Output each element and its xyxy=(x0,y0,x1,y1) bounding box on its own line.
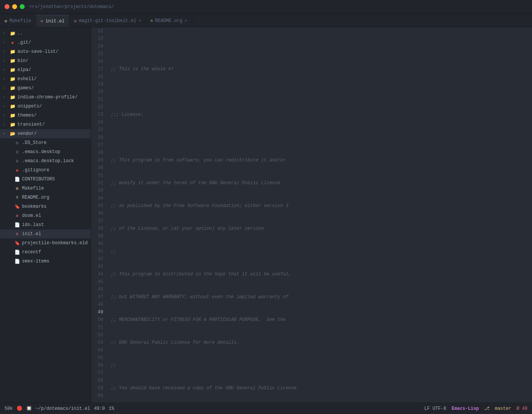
maximize-button[interactable] xyxy=(20,4,25,9)
sidebar-label-eshell: eshell/ xyxy=(17,76,36,82)
sidebar-item-bin[interactable]: › 📁 bin/ xyxy=(0,56,91,65)
status-encoding: LF UTF-8 xyxy=(424,406,446,411)
code-line-13: ;; This is the whole #! xyxy=(111,65,532,73)
sidebar-item-themes[interactable]: › 📁 themes/ xyxy=(0,111,91,120)
file-icon: 📄 xyxy=(14,222,20,228)
sidebar-item-recentf[interactable]: 📄 recentf xyxy=(0,248,91,257)
code-line-17: ;; This program is free software; you ca… xyxy=(111,156,532,164)
chevron-icon: › xyxy=(3,50,9,54)
ln-12: 12 xyxy=(91,27,103,35)
file-icon: ⚙ xyxy=(14,149,20,155)
ln-32: 32 xyxy=(91,179,103,187)
sidebar-item-gitignore[interactable]: ◈ .gitignore xyxy=(0,166,91,175)
sidebar-item-contributors[interactable]: 📄 CONTRIBUTORS xyxy=(0,175,91,184)
code-line-12 xyxy=(111,43,532,50)
status-position: 49:0 xyxy=(94,406,105,411)
code-line-21: ;; xyxy=(111,248,532,255)
ln-54: 54 xyxy=(91,346,103,354)
chevron-icon: › xyxy=(3,95,9,100)
code-line-25: ;; GNU General Public License for more d… xyxy=(111,339,532,346)
folder-icon: 📁 xyxy=(9,76,16,82)
sidebar-item-git[interactable]: › ◈ .git/ xyxy=(0,38,91,47)
tab-init-el[interactable]: ⊘ init.el xyxy=(36,15,69,27)
code-area[interactable]: 12 13 14 15 16 17 18 19 20 21 22 23 24 2… xyxy=(91,27,532,403)
sidebar-item-elpa[interactable]: › 📁 elpa/ xyxy=(0,65,91,74)
status-size: 50k xyxy=(5,406,13,411)
ln-49: 49 xyxy=(91,308,103,316)
sidebar-label-elpa: elpa/ xyxy=(17,67,31,73)
chevron-icon: › xyxy=(3,59,9,63)
ln-56: 56 xyxy=(91,362,103,369)
sidebar-item-doom-el[interactable]: ⊘ doom.el xyxy=(0,211,91,220)
ln-33: 33 xyxy=(91,187,103,194)
code-line-27: ;; You should have received a copy of th… xyxy=(111,384,532,392)
sidebar-item-emacs-desktop[interactable]: ⚙ .emacs.desktop xyxy=(0,147,91,156)
tab-magit-label: magit-git-toolbelt.el xyxy=(79,18,136,24)
tab-magit[interactable]: ⊘ magit-git-toolbelt.el × xyxy=(69,15,146,27)
file-icon: 📄 xyxy=(14,250,20,255)
chevron-icon: › xyxy=(3,86,9,90)
sidebar-item-readme-org[interactable]: ≡ README.org xyxy=(0,193,91,202)
code-line-16 xyxy=(111,134,532,141)
folder-icon: 📁 xyxy=(9,113,16,119)
tab-makefile[interactable]: ⚙ Makefile xyxy=(0,15,36,27)
sidebar-item-emacs-desktop-lock[interactable]: ⚙ .emacs.desktop.lock xyxy=(0,156,91,166)
chevron-icon: › xyxy=(3,68,9,72)
sidebar-item-projectile[interactable]: 🔖 projectile-bookmarks.eld xyxy=(0,239,91,248)
sidebar-item-eshell[interactable]: › 📁 eshell/ xyxy=(0,74,91,84)
minimize-button[interactable] xyxy=(12,4,17,9)
editor: 12 13 14 15 16 17 18 19 20 21 22 23 24 2… xyxy=(91,27,532,403)
ln-22: 22 xyxy=(91,103,103,111)
sidebar-item-bookmarks[interactable]: 🔖 bookmarks xyxy=(0,202,91,211)
window-controls xyxy=(5,4,25,9)
tabbar: ⚙ Makefile ⊘ init.el ⊘ magit-git-toolbel… xyxy=(0,14,532,27)
sidebar-item-indium[interactable]: › 📁 indium-chrome-profile/ xyxy=(0,93,91,102)
sidebar-item-makefile[interactable]: ⚙ Makefile xyxy=(0,184,91,193)
org-icon: ≡ xyxy=(14,195,20,200)
ln-42: 42 xyxy=(91,255,103,263)
ln-39: 39 xyxy=(91,232,103,240)
status-left: 50k 🔴 🔲 ~/p/dotemacs/init.el 49:0 1% xyxy=(5,406,114,411)
ln-27: 27 xyxy=(91,141,103,149)
git-icon: ◈ xyxy=(9,40,16,46)
status-branch: master xyxy=(495,406,511,411)
sidebar-label-smex: smex-items xyxy=(22,259,49,264)
sidebar-item-init-el[interactable]: ⊘ init.el xyxy=(0,229,91,239)
ln-59: 59 xyxy=(91,384,103,392)
sidebar-item-smex[interactable]: 📄 smex-items xyxy=(0,257,91,266)
sidebar-label-auto-save: auto-save-list/ xyxy=(17,49,58,54)
ln-23: 23 xyxy=(91,111,103,119)
line-numbers: 12 13 14 15 16 17 18 19 20 21 22 23 24 2… xyxy=(91,27,106,403)
sidebar-item-snippets[interactable]: › 📁 snippets/ xyxy=(0,102,91,111)
close-button[interactable] xyxy=(5,4,9,9)
sidebar-label-vendor: vendor/ xyxy=(17,131,36,136)
folder-open-icon: 📂 xyxy=(9,131,16,137)
chevron-icon: › xyxy=(3,41,9,45)
sidebar-label-contributors: CONTRIBUTORS xyxy=(22,177,55,182)
ln-21: 21 xyxy=(91,96,103,103)
sidebar-item-ds-store[interactable]: ⚙ .DS_Store xyxy=(0,138,91,147)
status-warnings: Ø 48 xyxy=(516,406,527,411)
el-icon: ⊘ xyxy=(74,19,77,24)
tab-magit-close[interactable]: × xyxy=(139,19,141,23)
sidebar-label-recentf: recentf xyxy=(22,250,41,255)
sidebar-item-ido-last[interactable]: 📄 ido.last xyxy=(0,220,91,229)
ln-18: 18 xyxy=(91,73,103,81)
ln-20: 20 xyxy=(91,88,103,96)
tab-readme[interactable]: ≡ README.org × xyxy=(146,15,192,27)
ln-41: 41 xyxy=(91,248,103,255)
sidebar-item-auto-save[interactable]: › 📁 auto-save-list/ xyxy=(0,47,91,56)
code-line-14 xyxy=(111,88,532,96)
ln-15: 15 xyxy=(91,50,103,58)
folder-icon: 📁 xyxy=(9,49,16,55)
sidebar-item-transient[interactable]: › 📁 transient/ xyxy=(0,120,91,129)
status-path: ~/p/dotemacs/init.el xyxy=(36,406,90,411)
sidebar-item-games[interactable]: › 📁 games/ xyxy=(0,84,91,93)
status-mode: Emacs-Lisp xyxy=(452,406,479,411)
sidebar-label-ds-store: .DS_Store xyxy=(22,140,47,145)
ln-16: 16 xyxy=(91,58,103,65)
sidebar-item-vendor[interactable]: ▾ 📂 vendor/ xyxy=(0,129,91,138)
el-icon-active: ⊘ xyxy=(41,19,43,24)
tab-readme-close[interactable]: × xyxy=(185,19,187,23)
sidebar-item-dotdot[interactable]: › 📁 .. xyxy=(0,29,91,38)
